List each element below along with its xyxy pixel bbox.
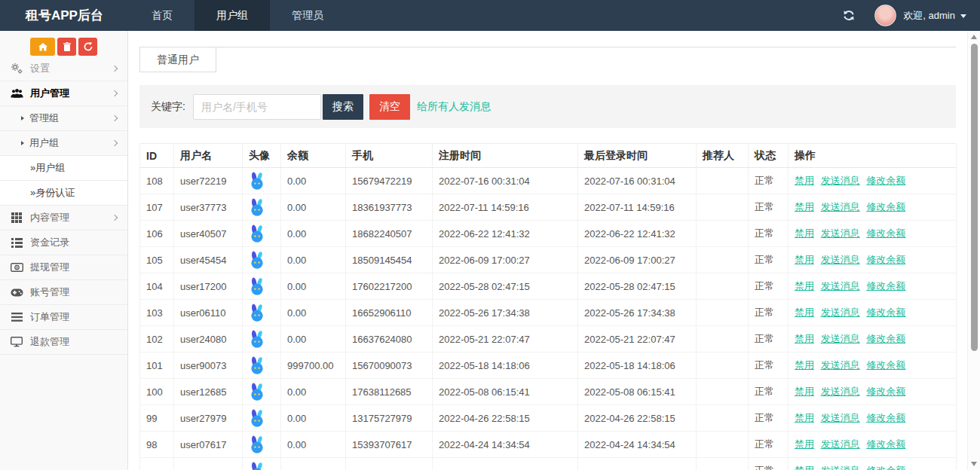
disable-user-link[interactable]: 禁用 (795, 227, 814, 239)
home-icon[interactable] (30, 38, 55, 56)
sidebar-subitem-identity-verification[interactable]: »身份认证 (0, 181, 127, 206)
cell-registered (433, 458, 578, 470)
clear-button[interactable]: 清空 (369, 94, 410, 120)
disable-user-link[interactable]: 禁用 (795, 201, 814, 212)
nav-item-admin[interactable]: 管理员 (270, 0, 345, 31)
rabbit-avatar-icon (249, 330, 265, 349)
disable-user-link[interactable]: 禁用 (795, 412, 814, 423)
vertical-scrollbar[interactable] (967, 31, 980, 470)
send-message-link[interactable]: 发送消息 (821, 280, 860, 291)
cell-status: 正常 (749, 379, 789, 405)
edit-balance-link[interactable]: 修改余额 (866, 175, 905, 186)
edit-balance-link[interactable]: 修改余额 (866, 438, 905, 450)
sidebar-item-label: 账号管理 (30, 285, 69, 299)
sidebar-item-label: 设置 (30, 62, 50, 75)
edit-balance-link[interactable]: 修改余额 (866, 333, 905, 344)
refresh-icon[interactable] (843, 10, 855, 21)
cell-actions: 禁用 发送消息 修改余额 (789, 326, 957, 352)
edit-balance-link[interactable]: 修改余额 (866, 307, 905, 318)
rabbit-avatar-icon (249, 409, 265, 428)
disable-user-link[interactable]: 禁用 (795, 254, 814, 265)
sidebar-item-withdrawal-management[interactable]: 提现管理 (0, 255, 127, 280)
cell-last-login (578, 458, 697, 470)
cell-last-login: 2022-06-09 17:00:27 (578, 247, 697, 273)
chevron-right-icon (112, 115, 118, 121)
welcome-text[interactable]: 欢迎, admin (903, 9, 955, 23)
send-message-link[interactable]: 发送消息 (821, 412, 860, 423)
recycle-icon[interactable] (78, 38, 97, 56)
cell-actions: 禁用 发送消息 修改余额 (789, 458, 957, 470)
send-message-link[interactable]: 发送消息 (821, 175, 860, 186)
disable-user-link[interactable]: 禁用 (795, 465, 814, 470)
sidebar-item-admin-group[interactable]: 管理组 (0, 106, 127, 131)
scrollbar-thumb[interactable] (971, 44, 978, 351)
cell-balance: 999700.00 (281, 352, 346, 379)
sidebar-item-content-management[interactable]: 内容管理 (0, 206, 127, 230)
sidebar-subitem-user-group[interactable]: »用户组 (0, 156, 127, 181)
cell-phone: 17602217200 (346, 273, 433, 300)
cell-registered: 2022-07-11 14:59:16 (433, 194, 578, 221)
search-input[interactable] (193, 94, 321, 120)
edit-balance-link[interactable]: 修改余额 (866, 465, 905, 470)
edit-balance-link[interactable]: 修改余额 (866, 254, 905, 265)
disable-user-link[interactable]: 禁用 (795, 280, 814, 291)
scroll-up-arrow-icon[interactable] (971, 35, 977, 39)
tab-normal-users[interactable]: 普通用户 (139, 47, 216, 72)
disable-user-link[interactable]: 禁用 (795, 359, 814, 371)
user-avatar[interactable] (874, 5, 896, 26)
sidebar-item-settings[interactable]: 设置 (0, 56, 127, 81)
sidebar-item-fund-records[interactable]: 资金记录 (0, 230, 127, 255)
send-message-link[interactable]: 发送消息 (821, 227, 860, 239)
cell-id: 98 (140, 432, 174, 458)
edit-balance-link[interactable]: 修改余额 (866, 280, 905, 291)
search-button[interactable]: 搜索 (323, 94, 363, 120)
cell-actions: 禁用 发送消息 修改余额 (789, 405, 957, 432)
nav-item-home[interactable]: 首页 (130, 0, 194, 31)
cell-last-login: 2022-04-24 14:34:54 (578, 432, 697, 458)
bars-icon (10, 313, 23, 322)
sidebar-item-account-management[interactable]: 账号管理 (0, 280, 127, 305)
edit-balance-link[interactable]: 修改余额 (866, 201, 905, 212)
scroll-down-arrow-icon[interactable] (971, 462, 977, 466)
disable-user-link[interactable]: 禁用 (795, 438, 814, 450)
nav-item-user-group[interactable]: 用户组 (194, 0, 270, 31)
send-message-link[interactable]: 发送消息 (821, 386, 860, 397)
disable-user-link[interactable]: 禁用 (795, 175, 814, 186)
sidebar-item-user-group[interactable]: 用户组 (0, 131, 127, 156)
disable-user-link[interactable]: 禁用 (795, 307, 814, 318)
trash-icon[interactable] (57, 38, 76, 56)
send-message-link[interactable]: 发送消息 (821, 359, 860, 371)
cell-username: user12685 (174, 379, 243, 405)
edit-balance-link[interactable]: 修改余额 (866, 412, 905, 423)
desktop-icon (10, 337, 23, 347)
sidebar-item-order-management[interactable]: 订单管理 (0, 305, 127, 330)
edit-balance-link[interactable]: 修改余额 (866, 359, 905, 371)
edit-balance-link[interactable]: 修改余额 (866, 227, 905, 239)
table-row: 108 user72219 0.00 15679472219 2022-0 (140, 168, 957, 194)
send-message-link[interactable]: 发送消息 (821, 307, 860, 318)
cell-phone: 16637624080 (346, 326, 433, 352)
col-header-last-login: 最后登录时间 (578, 144, 697, 168)
cell-id: 102 (140, 326, 174, 352)
cell-last-login: 2022-06-22 12:41:32 (578, 221, 697, 247)
send-message-link[interactable]: 发送消息 (821, 201, 860, 212)
broadcast-message-link[interactable]: 给所有人发消息 (417, 100, 491, 114)
cell-actions: 禁用 发送消息 修改余额 (789, 273, 957, 300)
table-row: 正常 禁用 发送消息 修改余额 (140, 458, 957, 470)
sidebar-item-user-management[interactable]: 用户管理 (0, 81, 127, 106)
send-message-link[interactable]: 发送消息 (821, 254, 860, 265)
send-message-link[interactable]: 发送消息 (821, 438, 860, 450)
edit-balance-link[interactable]: 修改余额 (866, 386, 905, 397)
disable-user-link[interactable]: 禁用 (795, 333, 814, 344)
cell-username: user37773 (174, 194, 243, 221)
send-message-link[interactable]: 发送消息 (821, 333, 860, 344)
send-message-link[interactable]: 发送消息 (821, 465, 860, 470)
cell-balance (281, 458, 346, 470)
sidebar-item-label: »身份认证 (30, 186, 75, 200)
users-table: ID 用户名 头像 余额 手机 注册时间 最后登录时间 推荐人 状态 操作 10… (139, 143, 957, 470)
sidebar-item-refund-management[interactable]: 退款管理 (0, 330, 127, 355)
disable-user-link[interactable]: 禁用 (795, 386, 814, 397)
cell-phone: 15670090073 (346, 352, 433, 379)
chevron-down-icon[interactable] (960, 14, 966, 18)
cell-username: user07617 (174, 432, 243, 458)
